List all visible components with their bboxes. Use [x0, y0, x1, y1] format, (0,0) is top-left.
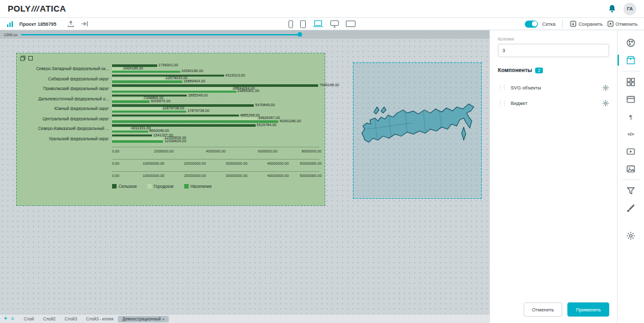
axis-row: 0,002000000,004000000,006000000,00800000…	[112, 147, 319, 159]
axis-tick-label: 4000000,00	[206, 149, 226, 153]
image-icon[interactable]	[618, 160, 644, 178]
layer-tab[interactable]: Слой3 - копия	[82, 316, 118, 322]
device-desktop-icon[interactable]	[330, 20, 339, 28]
axis-tick-label: 50000000,00	[300, 174, 322, 178]
layer-tab[interactable]: Слой3	[60, 316, 81, 322]
bar	[112, 111, 186, 113]
text-icon[interactable]: ¶	[618, 108, 644, 125]
legend-swatch	[112, 184, 117, 189]
palette-icon[interactable]	[618, 34, 644, 51]
bar-value-label: 29895061,00	[238, 89, 260, 93]
bar-line: 8660049,00	[112, 130, 319, 133]
category-label: Южный федеральный округ	[21, 106, 112, 111]
strip-spacer	[618, 217, 644, 227]
layer-tab-label: Слой3	[64, 317, 77, 321]
bar	[112, 131, 148, 133]
grid-toggle[interactable]	[525, 21, 538, 28]
layers-list-icon[interactable]: ≡	[11, 317, 14, 322]
component-label: Виджет	[511, 100, 598, 106]
bar	[112, 140, 163, 143]
width-slider-handle[interactable]	[298, 32, 302, 37]
bar-value-label: 17879738,00	[187, 109, 209, 113]
widget-duplicate-icon[interactable]	[20, 55, 26, 61]
device-smartphone-icon[interactable]	[289, 20, 294, 28]
bar-line: 29895061,00	[112, 90, 319, 93]
bar	[112, 91, 236, 93]
dashboard-canvas[interactable]: Северо-Западный федеральный ок...1736001…	[0, 39, 489, 314]
axis-row: 0,0010000000,0020000000,0030000000,00400…	[112, 171, 319, 183]
legend-item: Население	[184, 184, 212, 189]
panel-cancel-button[interactable]: Отменить	[524, 302, 562, 317]
code-icon[interactable]: </>	[618, 125, 644, 143]
layer-tab[interactable]: Слой	[19, 316, 39, 322]
russia-map-graphic	[357, 97, 478, 164]
right-icon-strip: ¶ </>	[617, 30, 644, 323]
dashboard-chart-icon[interactable]	[6, 21, 14, 28]
width-slider-fill	[21, 34, 299, 35]
svg-map-widget[interactable]	[353, 62, 482, 199]
drag-handle-icon[interactable]: ⋮⋮	[498, 85, 507, 91]
save-button[interactable]: Сохранить	[570, 21, 602, 27]
chart-axes: 0,002000000,004000000,006000000,00800000…	[112, 147, 319, 183]
drag-handle-icon[interactable]: ⋮⋮	[498, 100, 507, 106]
chart-rows: Северо-Западный федеральный ок...1736001…	[21, 64, 319, 143]
settings-gear-icon[interactable]	[618, 227, 644, 245]
columns-input[interactable]	[498, 44, 609, 57]
logo-text-left: POLY	[8, 4, 31, 14]
component-settings-gear-icon[interactable]	[602, 100, 609, 107]
chart-legend: СельскоеГородскоеНаселение	[112, 184, 319, 189]
bar-value-label: 1736001,00	[158, 64, 178, 68]
filter-icon[interactable]	[618, 182, 644, 199]
bar-value-label: 7949198,00	[319, 84, 339, 88]
layer-tab[interactable]: Демонстрационный▾	[118, 316, 169, 322]
brush-icon[interactable]	[618, 199, 644, 217]
component-item[interactable]: ⋮⋮Виджет	[498, 95, 609, 111]
width-slider[interactable]	[21, 32, 486, 37]
legend-label: Сельское	[118, 184, 137, 189]
layer-tab-label: Слой3 - копия	[86, 317, 113, 321]
chart-row: Сибирский федеральный округ4319313,00125…	[21, 74, 319, 84]
axis-tick-label: 20000000,00	[184, 174, 206, 178]
bar-line: 12339625,00	[112, 140, 319, 143]
axis-tick-label: 0,00	[112, 162, 119, 165]
category-label: Дальневосточный федеральный о...	[21, 97, 112, 101]
axis-row: 0,0010000000,0020000000,0030000000,00400…	[112, 159, 319, 171]
components-icon[interactable]	[618, 51, 644, 69]
component-settings-gear-icon[interactable]	[602, 84, 609, 91]
bar	[112, 88, 232, 90]
components-count-badge: 2	[535, 68, 543, 73]
add-layer-button[interactable]: +	[4, 316, 7, 322]
bar-value-label: 16390196,00	[182, 69, 204, 73]
component-item[interactable]: ⋮⋮SVG объекты	[498, 80, 609, 95]
layer-tab-label: Слой2	[43, 317, 55, 321]
bar-line: 9005676,00	[112, 100, 319, 104]
bar	[112, 80, 182, 83]
device-widescreen-icon[interactable]	[346, 20, 356, 28]
bar-group: 5470849,0011879738,0017879738,00	[112, 104, 319, 113]
layout-grid-icon[interactable]	[618, 73, 644, 91]
bar	[112, 100, 149, 103]
app-header: POLY///ATICA ГА	[0, 0, 644, 18]
user-avatar[interactable]: ГА	[623, 3, 636, 15]
layer-tab[interactable]: Слой2	[39, 316, 60, 322]
chart-widget[interactable]: Северо-Западный федеральный ок...1736001…	[16, 53, 325, 206]
device-laptop-icon[interactable]	[313, 20, 324, 28]
bar-line: 17879738,00	[112, 110, 319, 113]
cancel-edit-button[interactable]: Отменить	[607, 21, 638, 27]
bar-group: 1736001,002434185,0016390196,00	[112, 64, 319, 73]
canvas-width-ruler: 1366 px	[0, 30, 489, 39]
canvas-width-label: 1366 px	[4, 33, 17, 37]
upload-icon[interactable]	[67, 20, 75, 28]
axis-tick-label: 50000000,00	[300, 162, 322, 165]
indent-icon[interactable]	[80, 20, 88, 28]
bar-value-label: 12339625,00	[164, 140, 186, 143]
notifications-bell-icon[interactable]	[607, 4, 617, 14]
chart-row: Уральский федеральный округ1541327,00123…	[21, 134, 319, 144]
bar-line: 40061180,00	[112, 120, 319, 124]
video-icon[interactable]	[618, 143, 644, 160]
device-tablet-icon[interactable]	[300, 20, 307, 28]
cancel-button-label: Отменить	[616, 21, 638, 27]
card-icon[interactable]	[618, 91, 644, 108]
panel-apply-button[interactable]: Применить	[567, 302, 609, 317]
widget-layers-icon[interactable]	[28, 55, 33, 61]
